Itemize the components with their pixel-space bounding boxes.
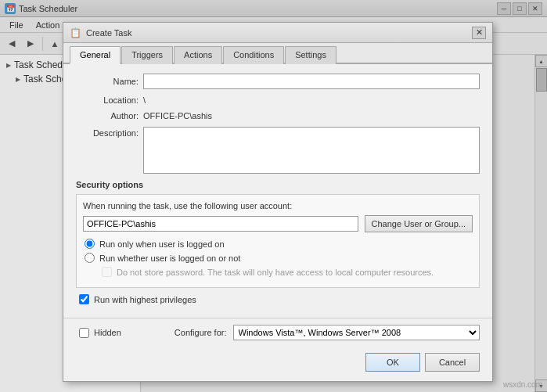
security-when-label: When running the task, use the following… xyxy=(83,201,473,210)
configure-label: Configure for: xyxy=(175,328,227,337)
author-value: OFFICE-PC\ashis xyxy=(143,111,480,120)
description-input[interactable] xyxy=(143,127,480,174)
cancel-btn[interactable]: Cancel xyxy=(425,353,480,372)
user-row: Change User or Group... xyxy=(83,215,473,232)
create-task-dialog: 📋 Create Task ✕ General Triggers Actions… xyxy=(63,22,493,382)
change-user-btn[interactable]: Change User or Group... xyxy=(365,215,473,232)
name-row: Name: xyxy=(76,74,480,89)
no-store-checkbox[interactable] xyxy=(102,267,112,277)
tab-triggers[interactable]: Triggers xyxy=(121,46,173,64)
security-section-header: Security options xyxy=(76,180,480,189)
radio-logged-on[interactable] xyxy=(85,239,95,249)
hidden-checkbox[interactable] xyxy=(79,328,89,338)
radio-whether[interactable] xyxy=(85,253,95,263)
radio-logged-on-row: Run only when user is logged on xyxy=(83,239,473,249)
description-label: Description: xyxy=(76,128,139,138)
highest-privileges-label: Run with highest privileges xyxy=(94,295,196,304)
description-row: Description: xyxy=(76,127,480,174)
configure-select[interactable]: Windows Vista™, Windows Server™ 2008 xyxy=(233,325,480,340)
ok-btn[interactable]: OK xyxy=(365,353,420,372)
no-store-label: Do not store password. The task will onl… xyxy=(117,268,434,277)
tab-bar: General Triggers Actions Conditions Sett… xyxy=(63,43,492,64)
tab-settings[interactable]: Settings xyxy=(285,46,336,64)
radio-whether-row: Run whether user is logged on or not xyxy=(83,253,473,263)
no-password-row: Do not store password. The task will onl… xyxy=(83,267,473,277)
security-box: When running the task, use the following… xyxy=(76,194,480,288)
modal-overlay: 📋 Create Task ✕ General Triggers Actions… xyxy=(0,0,547,392)
form-content: Name: Location: \ Author: OFFICE-PC\ashi… xyxy=(63,64,492,318)
modal-titlebar: 📋 Create Task ✕ xyxy=(63,23,492,43)
tab-conditions[interactable]: Conditions xyxy=(223,46,284,64)
highest-privileges-row: Run with highest privileges xyxy=(76,294,480,304)
radio-whether-label: Run whether user is logged on or not xyxy=(99,254,240,263)
modal-title: Create Task xyxy=(86,28,467,38)
name-input[interactable] xyxy=(143,74,480,89)
modal-icon: 📋 xyxy=(70,27,81,38)
location-row: Location: \ xyxy=(76,95,480,105)
modal-close-btn[interactable]: ✕ xyxy=(472,27,486,39)
user-input[interactable] xyxy=(83,216,358,232)
hidden-label: Hidden xyxy=(94,328,121,337)
tab-actions[interactable]: Actions xyxy=(174,46,222,64)
author-row: Author: OFFICE-PC\ashis xyxy=(76,111,480,120)
bottom-bar: Hidden Configure for: Windows Vista™, Wi… xyxy=(63,318,492,347)
radio-logged-on-label: Run only when user is logged on xyxy=(99,239,225,249)
highest-privileges-checkbox[interactable] xyxy=(79,294,89,304)
author-label: Author: xyxy=(76,111,139,120)
location-value: \ xyxy=(143,95,480,105)
name-label: Name: xyxy=(76,77,139,86)
tab-general[interactable]: General xyxy=(70,46,121,64)
watermark: wsxdn.com xyxy=(503,380,542,389)
hidden-row: Hidden xyxy=(76,328,121,338)
dialog-buttons: OK Cancel xyxy=(63,347,492,381)
location-label: Location: xyxy=(76,95,139,105)
